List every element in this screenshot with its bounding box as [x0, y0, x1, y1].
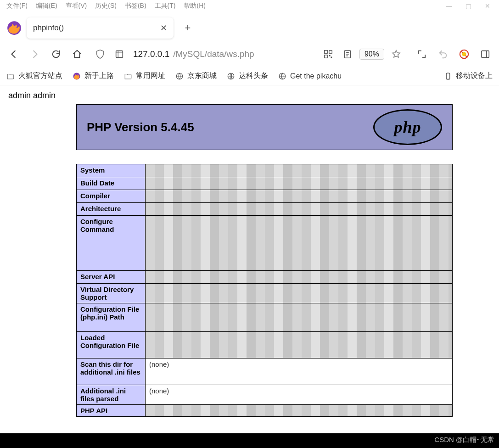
undo-icon[interactable]: [436, 47, 450, 62]
table-row: Server API: [77, 271, 453, 284]
phpinfo-key: Architecture: [77, 203, 146, 216]
toolbar-end-buttons: [415, 47, 493, 62]
phpinfo-value: [146, 271, 453, 284]
phpinfo-value: [146, 284, 453, 303]
phpinfo-value: [146, 177, 453, 190]
svg-rect-1: [116, 51, 123, 58]
url-path: /MySQL/data/ws.php: [173, 49, 254, 59]
svg-rect-6: [331, 57, 332, 58]
menu-view[interactable]: 查看(V): [62, 1, 91, 11]
table-row: PHP API: [77, 405, 453, 417]
svg-rect-2: [325, 50, 327, 53]
svg-point-9: [462, 52, 466, 56]
site-identity-icon[interactable]: [112, 47, 127, 62]
bookmark-getting-started[interactable]: 新手上路: [73, 71, 114, 81]
reload-button[interactable]: [49, 47, 63, 62]
svg-rect-10: [482, 51, 489, 58]
phpinfo-key: Virtual Directory Support: [77, 284, 146, 303]
bookmark-label: 常用网址: [136, 71, 165, 81]
bookmark-pikachu[interactable]: Get the pikachu: [278, 72, 342, 80]
table-row: Configuration File (php.ini) Path: [77, 303, 453, 332]
phpinfo-key: Additional .ini files parsed: [77, 385, 146, 405]
menu-bookmarks[interactable]: 书签(B): [121, 1, 150, 11]
address-text[interactable]: 127.0.0.1/MySQL/data/ws.php: [131, 49, 316, 59]
phpinfo-key: Server API: [77, 271, 146, 284]
bookmark-label: 京东商城: [187, 71, 217, 81]
zoom-indicator[interactable]: 90%: [359, 49, 384, 60]
svg-point-16: [448, 78, 449, 78]
back-button[interactable]: [6, 47, 21, 62]
window-caption-buttons: — ▢ ✕: [446, 2, 496, 10]
reader-mode-icon[interactable]: [340, 47, 355, 62]
phpinfo-key: Compiler: [77, 190, 146, 203]
phpinfo-value: [146, 203, 453, 216]
table-row: Virtual Directory Support: [77, 284, 453, 303]
phpinfo-value: [146, 164, 453, 177]
phpinfo-value: [146, 405, 453, 417]
screenshot-icon[interactable]: [415, 47, 429, 62]
navigation-toolbar: 127.0.0.1/MySQL/data/ws.php 90%: [0, 41, 499, 67]
forward-button[interactable]: [28, 47, 42, 62]
bookmark-star-icon[interactable]: [389, 47, 404, 62]
url-host: 127.0.0.1: [133, 49, 169, 59]
tab-title: phpinfo(): [33, 23, 64, 33]
menu-tools[interactable]: 工具(T): [151, 1, 179, 11]
phpinfo-value: [146, 216, 453, 271]
bookmark-folder-firefox-official[interactable]: 火狐官方站点: [6, 71, 62, 81]
phpinfo-key: Configuration File (php.ini) Path: [77, 303, 146, 332]
menu-file[interactable]: 文件(F): [3, 1, 31, 11]
table-row: Configure Command: [77, 216, 453, 271]
firefox-logo-icon: [6, 20, 22, 36]
qr-icon[interactable]: [321, 47, 336, 62]
bookmark-folder-common[interactable]: 常用网址: [124, 71, 165, 81]
phpinfo-value: [146, 332, 453, 358]
svg-rect-3: [329, 50, 332, 53]
phpinfo-key: Build Date: [77, 177, 146, 190]
url-bar[interactable]: 127.0.0.1/MySQL/data/ws.php 90%: [91, 45, 405, 63]
phpinfo-key: Loaded Configuration File: [77, 332, 146, 358]
window-maximize-button[interactable]: ▢: [465, 2, 471, 10]
phpinfo-key: PHP API: [77, 405, 146, 417]
bookmark-mobile-devices[interactable]: 移动设备上: [444, 71, 493, 81]
noscript-icon[interactable]: [457, 47, 471, 62]
phpinfo-value: [146, 303, 453, 332]
table-row: Compiler: [77, 190, 453, 203]
svg-rect-5: [329, 55, 331, 56]
shield-icon[interactable]: [93, 47, 107, 62]
bookmarks-bar: 火狐官方站点 新手上路 常用网址 京东商城 达科头条 Get the pikac…: [0, 67, 499, 85]
page-raw-output: admin admin: [8, 91, 499, 101]
php-version-heading: PHP Version 5.4.45: [87, 120, 194, 134]
menu-edit[interactable]: 编辑(E): [32, 1, 61, 11]
tab-phpinfo[interactable]: phpinfo() ✕: [27, 17, 174, 39]
sidebar-toggle-icon[interactable]: [478, 47, 493, 62]
page-content: admin admin PHP Version 5.4.45 php Syste…: [0, 85, 499, 417]
table-row: Build Date: [77, 177, 453, 190]
bookmark-label: 新手上路: [84, 71, 114, 81]
table-row: System: [77, 164, 453, 177]
os-menu-bar: 文件(F) 编辑(E) 查看(V) 历史(S) 书签(B) 工具(T) 帮助(H…: [0, 0, 499, 12]
phpinfo-banner: PHP Version 5.4.45 php: [76, 104, 453, 150]
window-close-button[interactable]: ✕: [484, 2, 491, 10]
phpinfo-key: System: [77, 164, 146, 177]
table-row: Architecture: [77, 203, 453, 216]
svg-rect-4: [325, 55, 327, 58]
window-minimize-button[interactable]: —: [446, 2, 452, 10]
bookmark-dake[interactable]: 达科头条: [227, 71, 268, 81]
phpinfo-value: [146, 190, 453, 203]
tab-close-icon[interactable]: ✕: [160, 23, 167, 33]
menu-help[interactable]: 帮助(H): [180, 1, 209, 11]
bookmark-label: Get the pikachu: [290, 72, 342, 80]
phpinfo-key: Scan this dir for additional .ini files: [77, 358, 146, 385]
bookmark-label: 达科头条: [239, 71, 268, 81]
table-row: Loaded Configuration File: [77, 332, 453, 358]
phpinfo-value: (none): [146, 358, 453, 385]
new-tab-button[interactable]: +: [180, 20, 196, 36]
bookmark-label: 火狐官方站点: [18, 71, 62, 81]
home-button[interactable]: [70, 47, 84, 62]
table-row: Additional .ini files parsed(none): [77, 385, 453, 405]
php-logo-icon: php: [373, 109, 442, 145]
table-row: Scan this dir for additional .ini files(…: [77, 358, 453, 385]
phpinfo-key: Configure Command: [77, 216, 146, 271]
menu-history[interactable]: 历史(S): [91, 1, 120, 11]
bookmark-jd[interactable]: 京东商城: [175, 71, 217, 81]
